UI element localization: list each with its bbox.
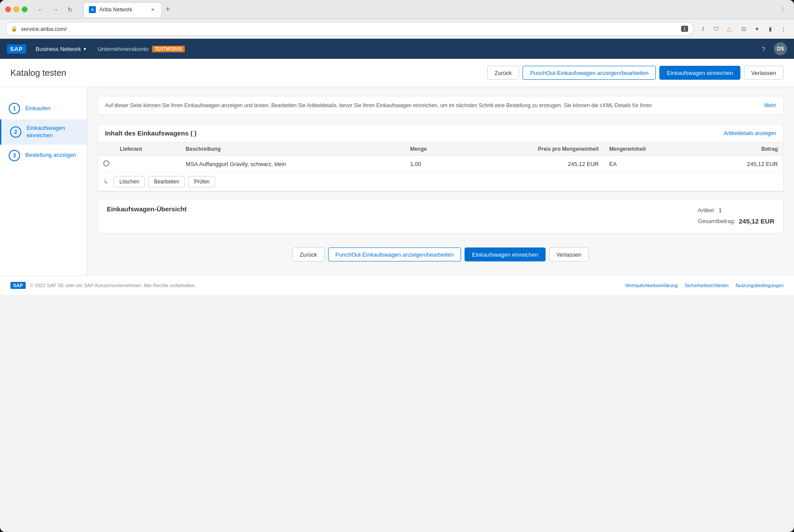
traffic-lights	[5, 7, 27, 12]
header-icons: ? DS	[757, 42, 787, 56]
new-tab-button[interactable]: +	[162, 3, 174, 16]
extensions-icon[interactable]: ⚖	[738, 23, 750, 34]
step-2-einkaufswagen[interactable]: 2 Einkaufswagen einreichen	[0, 119, 87, 145]
summary-artikel-row: Artikel: 1	[698, 205, 774, 215]
lock-icon: 🔒	[11, 26, 17, 32]
sap-header: SAP Business Network ▼ Unternehmenskonto…	[0, 39, 794, 59]
browser-window: ← → ↻ A Ariba Network ✕ + ⋮ 🔒 service.ar…	[0, 0, 794, 532]
warning-icon[interactable]: △	[723, 23, 735, 34]
bookmarks-icon[interactable]: ▮	[764, 23, 776, 34]
indent-icon: ↳	[103, 178, 109, 185]
nav-unternehmenskonto-label: Unternehmenskonto	[98, 46, 149, 52]
nav-business-network-label: Business Network	[36, 46, 81, 52]
testmodus-badge: TESTMODUS	[152, 46, 185, 52]
browser-menu-button[interactable]: ⋮	[777, 3, 789, 16]
row-betrag: 245,12 EUR	[699, 156, 783, 173]
row-mengeneinheit: EA	[604, 156, 699, 173]
address-bar[interactable]: 🔒 service.ariba.com/ 1	[5, 22, 694, 36]
browser-nav: ← → ↻	[34, 3, 76, 16]
page-title: Katalog testen	[10, 68, 66, 78]
bottom-actions: Zurück PunchOut-Einkaufswagen anzeigen/b…	[98, 242, 784, 267]
browser-tab[interactable]: A Ariba Network ✕	[83, 2, 162, 17]
summary-gesamtbetrag-row: Gesamtbetrag: 245,12 EUR	[698, 215, 774, 227]
col-beschreibung: Beschreibung	[180, 142, 405, 156]
row-beschreibung: MSA Auffanggurt Gravity, schwarz, klein	[180, 156, 405, 173]
reload-button[interactable]: ↻	[64, 3, 76, 16]
close-window-button[interactable]	[5, 7, 11, 12]
tab-favicon-icon: A	[89, 6, 96, 13]
row-preis: 245,12 EUR	[460, 156, 604, 173]
sap-logo: SAP	[7, 44, 26, 54]
table-row: MSA Auffanggurt Gravity, schwarz, klein …	[98, 156, 783, 173]
back-nav-button[interactable]: ←	[34, 3, 47, 16]
page-actions: Zurück PunchOut-Einkaufswagen anzeigen/b…	[487, 66, 784, 80]
footer-link-privacy[interactable]: Vertraulichkeitserklärung	[625, 283, 678, 288]
submit-cart-button-bottom[interactable]: Einkaufswagen einreichen	[465, 247, 546, 261]
punchout-button-bottom[interactable]: PunchOut-Einkaufswagen anzeigen/bearbeit…	[328, 247, 461, 261]
delete-button[interactable]: Löschen	[114, 176, 145, 187]
summary-values: Artikel: 1 Gesamtbetrag: 245,12 EUR	[698, 205, 774, 227]
nav-business-network[interactable]: Business Network ▼	[31, 39, 92, 59]
maximize-window-button[interactable]	[22, 7, 27, 12]
user-avatar[interactable]: DS	[774, 42, 787, 55]
footer-links: Vertraulichkeitserklärung Sicherheitsric…	[625, 283, 784, 288]
address-text: service.ariba.com/	[21, 26, 678, 32]
browser-titlebar: ← → ↻ A Ariba Network ✕ + ⋮	[0, 0, 794, 19]
row-menge: 1,00	[405, 156, 460, 173]
col-preis: Preis pro Mengeneinheit	[460, 142, 604, 156]
content-wrapper: 1 Einkaufen 2 Einkaufswagen einreichen 3…	[0, 87, 794, 275]
tab-close-button[interactable]: ✕	[149, 6, 156, 13]
step-1-label: Einkaufen	[25, 105, 51, 112]
col-lieferant: Lieferant	[115, 142, 180, 156]
summary-artikel-value: 1	[719, 205, 722, 215]
cart-box: Inhalt des Einkaufswagens ( ) Artikeldet…	[98, 124, 784, 192]
nav-unternehmenskonto[interactable]: Unternehmenskonto TESTMODUS	[92, 39, 190, 59]
step-1-einkaufen[interactable]: 1 Einkaufen	[0, 98, 87, 119]
shield-icon[interactable]: 🛡	[710, 23, 722, 34]
tab-bar: A Ariba Network ✕ +	[83, 2, 174, 17]
address-bar-row: 🔒 service.ariba.com/ 1 ⇩ 🛡 △ ⚖ ♥ ▮ ⋮	[0, 19, 794, 39]
cart-table: Lieferant Beschreibung Menge Preis pro M…	[98, 142, 783, 173]
page-header: Katalog testen Zurück PunchOut-Einkaufsw…	[0, 59, 794, 87]
col-menge: Menge	[405, 142, 460, 156]
help-button[interactable]: ?	[757, 42, 770, 56]
minimize-window-button[interactable]	[14, 7, 19, 12]
edit-button[interactable]: Bearbeiten	[148, 176, 185, 187]
address-badge: 1	[681, 26, 688, 32]
info-more-link[interactable]: Mehr	[764, 102, 776, 109]
summary-artikel-label: Artikel:	[698, 205, 715, 215]
more-tools-icon[interactable]: ⋮	[777, 23, 789, 34]
row-radio-button[interactable]	[103, 160, 109, 166]
cart-table-header: Lieferant Beschreibung Menge Preis pro M…	[98, 142, 783, 156]
step-3-label: Bestellung anzeigen	[25, 152, 76, 159]
col-mengeneinheit: Mengeneinheit	[604, 142, 699, 156]
profile-icon[interactable]: ♥	[751, 23, 763, 34]
leave-button-bottom[interactable]: Verlassen	[549, 247, 589, 261]
download-icon[interactable]: ⇩	[697, 23, 709, 34]
check-button[interactable]: Prüfen	[188, 176, 215, 187]
step-3-circle: 3	[9, 150, 20, 161]
info-text: Auf dieser Seite können Sie Ihren Einkau…	[105, 102, 763, 109]
row-select-cell[interactable]	[98, 156, 115, 173]
summary-gesamtbetrag-label: Gesamtbetrag:	[698, 216, 735, 226]
step-2-circle: 2	[10, 126, 21, 138]
leave-button[interactable]: Verlassen	[744, 66, 784, 80]
step-3-bestellung[interactable]: 3 Bestellung anzeigen	[0, 145, 87, 166]
footer-link-terms[interactable]: Nutzungsbedingungen	[736, 283, 784, 288]
back-button-bottom[interactable]: Zurück	[292, 247, 325, 261]
cart-header: Inhalt des Einkaufswagens ( ) Artikeldet…	[98, 124, 783, 142]
tab-title: Ariba Network	[99, 7, 146, 13]
back-button[interactable]: Zurück	[487, 66, 519, 80]
footer-link-security[interactable]: Sicherheitsrichtlinien	[685, 283, 729, 288]
forward-nav-button[interactable]: →	[49, 3, 61, 16]
step-1-circle: 1	[9, 103, 20, 114]
submit-cart-button[interactable]: Einkaufswagen einreichen	[659, 66, 740, 80]
steps-sidebar: 1 Einkaufen 2 Einkaufswagen einreichen 3…	[0, 87, 87, 275]
cart-table-body: MSA Auffanggurt Gravity, schwarz, klein …	[98, 156, 783, 173]
row-lieferant	[115, 156, 180, 173]
summary-gesamtbetrag-value: 245,12 EUR	[739, 215, 774, 227]
cart-summary: Einkaufswagen-Übersicht Artikel: 1 Gesam…	[98, 199, 784, 234]
sap-footer: SAP © 2022 SAP SE oder ein SAP-Konzernun…	[0, 275, 794, 295]
punchout-button[interactable]: PunchOut-Einkaufswagen anzeigen/bearbeit…	[523, 66, 656, 80]
cart-details-link[interactable]: Artikeldetails anzeigen	[724, 130, 776, 136]
